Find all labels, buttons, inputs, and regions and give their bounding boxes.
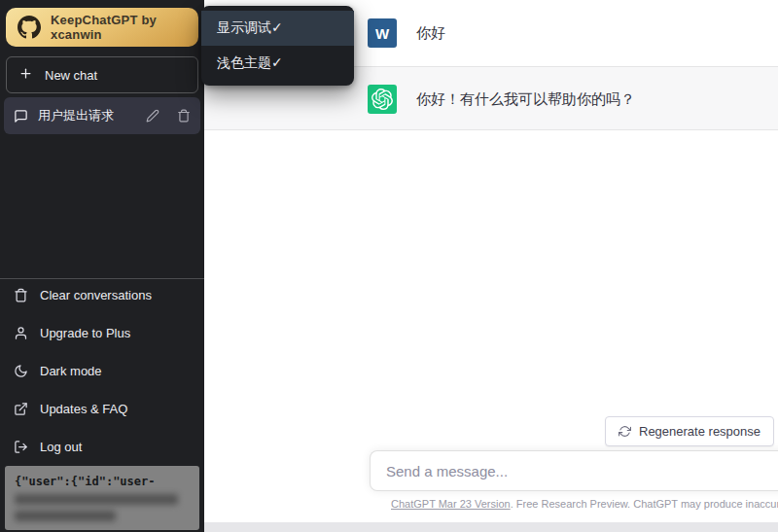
keepchatgpt-dropdown-menu: 显示调试✓ 浅色主题✓ bbox=[201, 6, 354, 86]
trash-icon bbox=[14, 288, 28, 302]
sidebar-item-updates-faq[interactable]: Updates & FAQ bbox=[0, 390, 204, 428]
user-message-text: 你好 bbox=[416, 18, 445, 66]
sidebar-item-label: Clear conversations bbox=[40, 288, 152, 302]
debug-json-line: {"user":{"id":"user- bbox=[15, 475, 190, 488]
regenerate-label: Regenerate response bbox=[639, 424, 760, 439]
moon-icon bbox=[14, 364, 28, 378]
chatgpt-avatar bbox=[368, 85, 397, 114]
version-link[interactable]: ChatGPT Mar 23 Version bbox=[391, 498, 511, 510]
sidebar-item-dark-mode[interactable]: Dark mode bbox=[0, 352, 204, 390]
delete-icon[interactable] bbox=[177, 109, 191, 123]
footer-disclaimer: ChatGPT Mar 23 Version. Free Research Pr… bbox=[391, 498, 778, 510]
debug-info-box: {"user":{"id":"user- bbox=[5, 466, 199, 530]
sidebar-item-label: Log out bbox=[40, 440, 82, 454]
log-out-icon bbox=[14, 440, 28, 454]
blurred-text-bar bbox=[15, 494, 178, 505]
new-chat-button[interactable]: New chat bbox=[6, 56, 198, 93]
github-icon bbox=[18, 16, 41, 39]
sidebar-item-upgrade-to-plus[interactable]: Upgrade to Plus bbox=[0, 314, 204, 352]
new-chat-label: New chat bbox=[45, 68, 97, 83]
disclaimer-text: . Free Research Preview. ChatGPT may pro… bbox=[511, 498, 778, 510]
sidebar-item-label: Updates & FAQ bbox=[40, 402, 127, 416]
sidebar-item-label: Dark mode bbox=[40, 364, 102, 378]
sidebar-item-label: Upgrade to Plus bbox=[40, 326, 130, 340]
sidebar: KeepChatGPT by xcanwin New chat 用户提出请求 bbox=[0, 0, 204, 532]
message-input[interactable] bbox=[370, 450, 778, 491]
keepchatgpt-header-button[interactable]: KeepChatGPT by xcanwin bbox=[6, 8, 198, 47]
sidebar-item-clear-conversations[interactable]: Clear conversations bbox=[0, 276, 204, 314]
openai-logo-icon bbox=[371, 89, 393, 110]
edit-icon[interactable] bbox=[146, 109, 159, 123]
chat-bubble-icon bbox=[14, 109, 28, 124]
keepchatgpt-label: KeepChatGPT by xcanwin bbox=[51, 13, 187, 42]
user-icon bbox=[14, 326, 28, 340]
plus-icon bbox=[18, 66, 33, 84]
sidebar-bottom-menu: Clear conversations Upgrade to Plus Dark… bbox=[0, 276, 204, 466]
sidebar-item-log-out[interactable]: Log out bbox=[0, 428, 204, 466]
assistant-message-text: 你好！有什么我可以帮助你的吗？ bbox=[416, 85, 635, 129]
app-window: KeepChatGPT by xcanwin New chat 用户提出请求 bbox=[0, 0, 778, 532]
menu-item-show-debug[interactable]: 显示调试✓ bbox=[201, 11, 354, 46]
external-link-icon bbox=[14, 402, 28, 416]
user-avatar: W bbox=[368, 18, 397, 48]
menu-item-light-theme[interactable]: 浅色主题✓ bbox=[201, 46, 354, 81]
conversation-item[interactable]: 用户提出请求 bbox=[4, 97, 200, 134]
conversation-title: 用户提出请求 bbox=[38, 107, 136, 124]
bottom-band bbox=[204, 522, 778, 532]
regenerate-response-button[interactable]: Regenerate response bbox=[605, 416, 774, 446]
blurred-text-bar bbox=[15, 511, 116, 521]
refresh-icon bbox=[619, 425, 631, 438]
